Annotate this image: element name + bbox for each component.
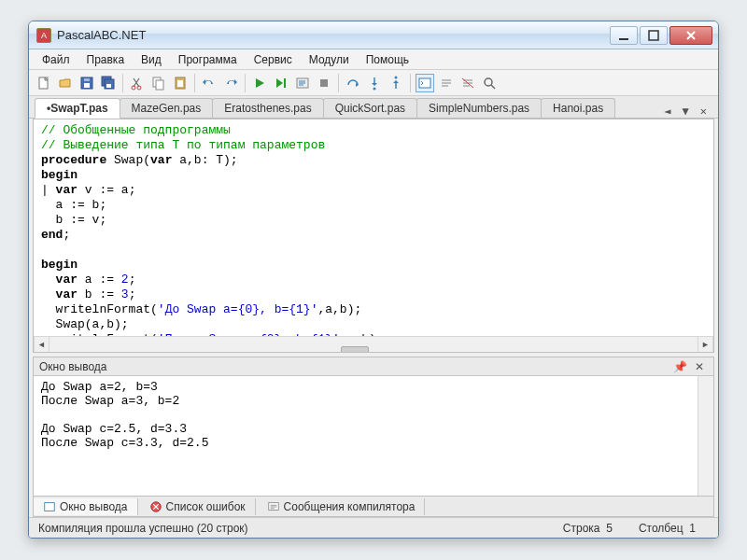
redo-button[interactable]: [221, 74, 240, 92]
step-out-button[interactable]: [387, 74, 405, 92]
toolbar-separator: [410, 74, 411, 92]
window-title: PascalABC.NET: [57, 28, 608, 42]
svg-point-19: [395, 76, 398, 78]
window-controls: [608, 26, 712, 45]
show-output-button[interactable]: [416, 74, 434, 92]
save-all-button[interactable]: [99, 74, 118, 92]
comment-button[interactable]: [437, 74, 456, 92]
scroll-right-arrow[interactable]: ►: [698, 337, 713, 353]
step-into-button[interactable]: [365, 74, 384, 92]
svg-rect-22: [45, 502, 55, 511]
errors-icon: [149, 500, 162, 513]
step-over-button[interactable]: [344, 74, 362, 92]
svg-rect-17: [320, 79, 328, 87]
svg-rect-8: [106, 84, 111, 88]
editor-tab[interactable]: •SwapT.pas: [35, 98, 120, 119]
menu-файл[interactable]: Файл: [35, 51, 78, 68]
copy-button[interactable]: [149, 74, 168, 92]
editor-tab[interactable]: QuickSort.pas: [323, 98, 417, 118]
svg-rect-0: [619, 38, 628, 40]
maximize-button[interactable]: [640, 26, 668, 45]
uncomment-button[interactable]: [458, 74, 477, 92]
code-editor[interactable]: // Обобщенные подпрограммы // Выведение …: [33, 119, 714, 353]
close-icon[interactable]: ✕: [691, 360, 708, 373]
svg-point-18: [374, 87, 376, 90]
output-pane-title: Окно вывода: [39, 360, 107, 373]
output-vertical-scrollbar[interactable]: [698, 376, 713, 496]
svg-rect-12: [156, 80, 163, 90]
open-file-button[interactable]: [56, 74, 75, 92]
scroll-thumb[interactable]: [341, 346, 369, 353]
undo-button[interactable]: [200, 74, 218, 92]
app-window: A PascalABC.NET ФайлПравкаВидПрограммаСе…: [28, 21, 719, 539]
status-bar: Компиляция прошла успешно (20 строк) Стр…: [29, 517, 718, 538]
titlebar[interactable]: A PascalABC.NET: [29, 21, 718, 49]
svg-rect-4: [84, 83, 90, 88]
menu-сервис[interactable]: Сервис: [247, 51, 300, 68]
status-message: Компиляция прошла успешно (20 строк): [38, 522, 248, 535]
output-pane: Окно вывода 📌 ✕ До Swap a=2, b=3 После S…: [33, 357, 714, 497]
new-file-button[interactable]: [35, 74, 53, 92]
svg-rect-20: [419, 78, 430, 88]
messages-icon: [267, 500, 280, 513]
output-pane-header[interactable]: Окно вывода 📌 ✕: [34, 357, 713, 376]
editor-horizontal-scrollbar[interactable]: ◄ ►: [34, 336, 713, 352]
run-button[interactable]: [250, 74, 269, 92]
scroll-left-arrow[interactable]: ◄: [34, 337, 49, 353]
menu-помощь[interactable]: Помощь: [359, 51, 416, 68]
menu-программа[interactable]: Программа: [171, 51, 245, 68]
compile-button[interactable]: [293, 74, 312, 92]
svg-point-21: [485, 78, 492, 86]
bottom-tab-output[interactable]: Окно вывода: [34, 498, 138, 515]
toolbar: [29, 70, 718, 96]
editor-tab[interactable]: Eratosthenes.pas: [212, 98, 323, 118]
toolbar-separator: [338, 74, 339, 92]
bottom-tab-errors[interactable]: Список ошибок: [140, 498, 256, 515]
app-icon: A: [36, 28, 51, 43]
stop-button[interactable]: [315, 74, 333, 92]
bottom-tabs: Окно выводаСписок ошибокСообщения компил…: [33, 497, 714, 517]
run-no-debug-button[interactable]: [272, 74, 290, 92]
editor-tab[interactable]: SimpleNumbers.pas: [416, 98, 542, 118]
svg-rect-14: [177, 80, 183, 87]
tabs-menu-icon[interactable]: ▼: [677, 105, 695, 118]
minimize-button[interactable]: [610, 26, 638, 45]
editor-tabs: •SwapT.pasMazeGen.pasEratosthenes.pasQui…: [29, 96, 718, 119]
menu-bar: ФайлПравкаВидПрограммаСервисМодулиПомощь: [29, 49, 718, 70]
status-column: Столбец 1: [626, 522, 709, 535]
close-button[interactable]: [669, 26, 712, 45]
output-icon: [43, 500, 56, 513]
toolbar-separator: [122, 74, 123, 92]
editor-tab[interactable]: MazeGen.pas: [120, 98, 214, 118]
tabs-prev-icon[interactable]: ◄: [658, 105, 676, 118]
pin-icon[interactable]: 📌: [669, 360, 691, 373]
toolbar-separator: [194, 74, 195, 92]
svg-rect-5: [84, 78, 90, 81]
output-text[interactable]: До Swap a=2, b=3 После Swap a=3, b=2 До …: [34, 376, 698, 496]
toolbar-separator: [245, 74, 246, 92]
menu-вид[interactable]: Вид: [134, 51, 169, 68]
save-button[interactable]: [78, 74, 96, 92]
code-area[interactable]: // Обобщенные подпрограммы // Выведение …: [34, 119, 713, 336]
cut-button[interactable]: [128, 74, 147, 92]
find-button[interactable]: [480, 74, 499, 92]
editor-tab[interactable]: Hanoi.pas: [541, 98, 615, 118]
tabs-close-icon[interactable]: ✕: [695, 105, 712, 118]
svg-rect-15: [284, 78, 286, 88]
bottom-tab-messages[interactable]: Сообщения компилятора: [258, 498, 426, 515]
svg-rect-1: [649, 31, 658, 40]
paste-button[interactable]: [171, 74, 190, 92]
status-line: Строка 5: [550, 522, 626, 535]
menu-модули[interactable]: Модули: [302, 51, 357, 68]
menu-правка[interactable]: Правка: [79, 51, 133, 68]
